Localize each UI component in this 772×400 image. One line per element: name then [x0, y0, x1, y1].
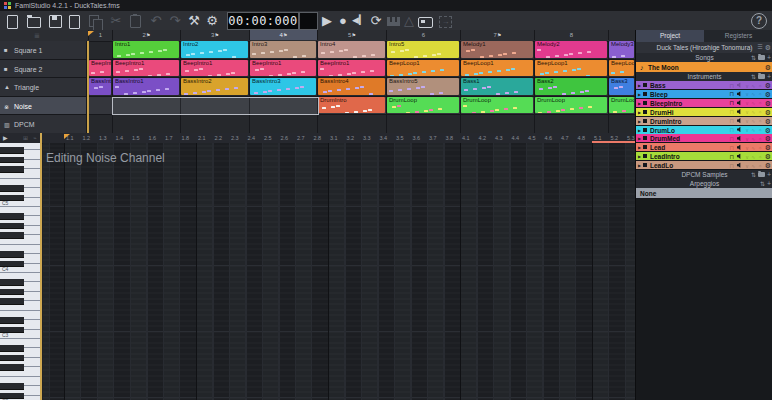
pattern-block[interactable]: BeepIntro1 [113, 60, 179, 76]
arpeggio-env-icon[interactable]: ∨ [745, 118, 749, 124]
volume-icon[interactable] [737, 162, 743, 168]
piano-key-black[interactable] [0, 232, 24, 239]
instrument-properties-gear-icon[interactable]: ⚙ [765, 82, 771, 89]
volume-icon[interactable] [737, 153, 743, 159]
arpeggio-env-icon[interactable]: ∨ [745, 100, 749, 106]
pattern-column-header[interactable]: 4⚑ [249, 30, 317, 40]
arpeggio-row-none[interactable]: None [636, 188, 772, 199]
channel-header-noise[interactable]: ※Noise [0, 97, 87, 114]
expand-arrow-icon[interactable]: ▶ [638, 145, 641, 150]
undo-icon[interactable]: ↶ [147, 11, 165, 30]
follow-mode-icon[interactable]: → [436, 11, 454, 30]
piano-key-black[interactable] [0, 185, 24, 192]
arpeggio-env-icon[interactable]: ∨ [745, 135, 749, 141]
paste-icon[interactable] [127, 11, 145, 30]
sequencer-corner-icon[interactable]: ≣ [34, 30, 40, 41]
slide-icon[interactable]: ✧ [758, 127, 762, 133]
new-file-icon[interactable] [4, 11, 22, 30]
song-properties-gear-icon[interactable]: ⚙ [765, 64, 771, 71]
slide-icon[interactable]: ✧ [758, 162, 762, 168]
piano-key-black[interactable] [0, 364, 24, 371]
pitch-env-icon[interactable]: ∿ [751, 127, 755, 133]
pattern-selection-rect[interactable] [112, 97, 319, 115]
pattern-column-header[interactable]: 5⚑ [317, 30, 386, 40]
expand-arrow-icon[interactable]: ▶ [638, 127, 641, 132]
volume-icon[interactable] [737, 82, 743, 88]
instrument-row-leadintro[interactable]: ▶LeadIntro⊓∨∿✧⚙ [636, 152, 772, 161]
piano-key-black[interactable] [0, 213, 24, 220]
piano-key-black[interactable] [0, 355, 24, 362]
volume-icon[interactable] [737, 135, 743, 141]
instrument-row-bleepintro[interactable]: ▶BleepIntro⊓∨∿✧⚙ [636, 99, 772, 108]
sort-icon[interactable]: ⇅ [751, 54, 756, 61]
loop-icon[interactable]: ⟳ [367, 11, 385, 30]
envelope-icon[interactable]: ⊓ [729, 100, 734, 106]
save-icon[interactable] [46, 11, 64, 30]
mixer-icon[interactable]: ☰ [757, 42, 762, 53]
instrument-row-leadlo[interactable]: ▶LeadLo⊓∨∿✧⚙ [636, 161, 772, 170]
piano-key-black[interactable] [0, 223, 24, 230]
export-icon[interactable] [66, 11, 84, 30]
pattern-block[interactable]: BeepLoop1 [387, 60, 459, 76]
add-folder-icon[interactable] [758, 55, 765, 60]
transform-icon[interactable]: ⚒ [185, 11, 203, 30]
volume-icon[interactable] [737, 91, 743, 97]
arpeggio-env-icon[interactable]: ∨ [745, 162, 749, 168]
instrument-properties-gear-icon[interactable]: ⚙ [765, 135, 771, 142]
pattern-column-header[interactable]: 8 [534, 30, 608, 40]
envelope-icon[interactable]: ⊓ [729, 135, 734, 141]
pattern-column-header[interactable]: 6 [386, 30, 460, 40]
instrument-properties-gear-icon[interactable]: ⚙ [765, 162, 771, 169]
instrument-row-drumlo[interactable]: ▶DrumLo⊓∨∿✧⚙ [636, 126, 772, 135]
pattern-block[interactable]: DrumLoop [387, 97, 459, 113]
add-folder-icon[interactable] [758, 172, 765, 177]
pitch-env-icon[interactable]: ∿ [751, 144, 755, 150]
slide-icon[interactable]: ✧ [758, 153, 762, 159]
pattern-block[interactable]: BeepIntro1 [250, 60, 316, 76]
pattern-block[interactable]: Intro5 [387, 41, 459, 58]
slide-icon[interactable]: ✧ [758, 135, 762, 141]
pitch-env-icon[interactable]: ∿ [751, 135, 755, 141]
piano-key-black[interactable] [0, 261, 24, 268]
pattern-block[interactable]: Melody1 [461, 41, 533, 58]
sort-icon[interactable]: ⇅ [751, 171, 756, 178]
piano-key-black[interactable] [0, 383, 24, 390]
envelope-icon[interactable]: ⊓ [729, 109, 734, 115]
pattern-block[interactable]: BassIntro1 [89, 78, 111, 95]
pattern-block[interactable]: BeepLoop1 [535, 60, 607, 76]
piano-key-black[interactable] [0, 147, 24, 154]
expand-arrow-icon[interactable]: ▶ [638, 91, 641, 96]
pattern-block[interactable]: BassIntro5 [387, 78, 459, 95]
pitch-env-icon[interactable]: ∿ [751, 153, 755, 159]
add-icon[interactable]: + [767, 180, 771, 187]
pattern-block[interactable]: DrumLoop [609, 97, 634, 113]
add-folder-icon[interactable] [758, 74, 765, 79]
piano-key-black[interactable] [0, 279, 24, 286]
maximize-piano-roll-icon[interactable]: ▶ [3, 133, 8, 143]
pattern-column-header[interactable]: 3⚑ [180, 30, 249, 40]
oscilloscope[interactable] [299, 12, 318, 30]
arpeggio-env-icon[interactable]: ∨ [745, 82, 749, 88]
pattern-block[interactable]: BassIntro2 [181, 78, 248, 95]
pattern-block[interactable]: Intro2 [181, 41, 248, 58]
add-icon[interactable]: + [767, 171, 771, 178]
timecode-display[interactable]: 00:00:000 [227, 12, 299, 30]
pitch-env-icon[interactable]: ∿ [751, 109, 755, 115]
pitch-env-icon[interactable]: ∿ [751, 100, 755, 106]
envelope-icon[interactable]: ⊓ [729, 127, 734, 133]
arpeggio-env-icon[interactable]: ∨ [745, 144, 749, 150]
volume-icon[interactable] [737, 144, 743, 150]
volume-icon[interactable] [737, 118, 743, 124]
instrument-properties-gear-icon[interactable]: ⚙ [765, 99, 771, 106]
snap-toggle-icon[interactable]: ⌁ [33, 133, 37, 143]
sort-icon[interactable]: ⇅ [751, 73, 756, 80]
pattern-block[interactable]: Bass1 [461, 78, 533, 95]
pattern-block[interactable]: Bass2 [535, 78, 607, 95]
expand-arrow-icon[interactable]: ▶ [638, 136, 641, 141]
envelope-icon[interactable]: ⊓ [729, 162, 734, 168]
pattern-block[interactable]: BeepIntro1 [89, 60, 111, 76]
piano-key-black[interactable] [0, 166, 24, 173]
snap-resolution-icon[interactable]: ⊞ [23, 133, 28, 143]
envelope-icon[interactable]: ⊓ [729, 153, 734, 159]
cut-icon[interactable]: ✂ [107, 11, 125, 30]
